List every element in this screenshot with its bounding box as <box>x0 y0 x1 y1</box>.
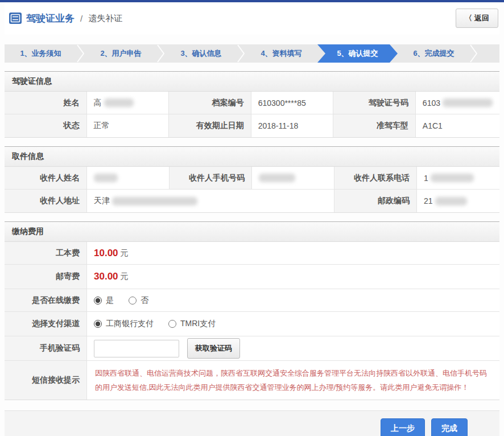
name-value: 高 <box>87 92 170 114</box>
channel-icbc-radio-input[interactable] <box>94 320 102 328</box>
step-wizard: 1、业务须知 2、用户申告 3、确认信息 4、资料填写 5、确认提交 6、完成提… <box>5 44 499 63</box>
recipient-mobile-value <box>252 167 334 190</box>
recipient-phone-label: 收件人联系电话 <box>334 167 417 190</box>
redacted-blur <box>435 197 467 205</box>
file-no-value: 610300****85 <box>251 92 334 114</box>
steps-filler <box>478 44 499 63</box>
online-payment-no-radio[interactable]: 否 <box>129 295 148 306</box>
footer-action-bar: 上一步 完成 <box>5 410 499 436</box>
vehicle-type-label: 准驾车型 <box>333 114 416 137</box>
app-header: 驾驶证业务 / 遗失补证 〈 返回 <box>5 2 499 35</box>
license-no-value: 6103 <box>416 92 499 114</box>
payment-section: 缴纳费用 工本费 10.00元 邮寄费 30.00元 是否在线缴费 是 <box>5 221 499 400</box>
file-no-label: 档案编号 <box>169 92 251 114</box>
pickup-info-table: 收件人姓名 收件人手机号码 收件人联系电话 1 收件人地址 天津 邮政编码 21 <box>5 167 499 212</box>
back-button-label: 返回 <box>474 13 489 23</box>
step-separator-chevron-icon <box>77 44 85 63</box>
online-payment-label: 是否在线缴费 <box>5 289 87 312</box>
postage-fee-value: 30.00元 <box>87 265 499 289</box>
online-payment-yes-radio-input[interactable] <box>94 297 102 305</box>
breadcrumb: 驾驶证业务 / 遗失补证 <box>9 12 122 25</box>
expiry-value: 2018-11-18 <box>251 114 334 137</box>
online-payment-no-radio-input[interactable] <box>129 297 137 305</box>
page-container: 驾驶证业务 / 遗失补证 〈 返回 1、业务须知 2、用户申告 3、确认信息 4… <box>5 2 499 436</box>
recipient-address-label: 收件人地址 <box>5 190 87 212</box>
redacted-blur <box>94 174 118 182</box>
expiry-label: 有效期止日期 <box>169 114 251 137</box>
postage-fee-label: 邮寄费 <box>5 265 87 289</box>
fee-unit: 元 <box>121 248 129 258</box>
online-payment-yes-radio[interactable]: 是 <box>94 295 114 306</box>
payment-channel-options: 工商银行支付 TMRI支付 <box>87 312 499 336</box>
step-5-confirm-submit[interactable]: 5、确认提交 <box>317 44 398 63</box>
sms-code-input[interactable] <box>94 340 179 357</box>
recipient-name-label: 收件人姓名 <box>5 167 87 190</box>
sms-notice-text: 因陕西省联通、电信运营商技术问题，陕西省互联网交通安全综合服务管理平台无法向持陕… <box>95 366 491 394</box>
recipient-name-value <box>87 167 170 190</box>
channel-tmri-radio-input[interactable] <box>168 320 176 328</box>
back-button[interactable]: 〈 返回 <box>456 9 498 28</box>
back-chevron-icon: 〈 <box>465 13 472 23</box>
postal-code-label: 邮政编码 <box>334 190 417 212</box>
payment-table: 工本费 10.00元 邮寄费 30.00元 是否在线缴费 是 否 <box>5 242 499 400</box>
previous-step-button[interactable]: 上一步 <box>381 418 425 436</box>
sms-code-row: 获取验证码 <box>87 336 499 361</box>
redacted-blur <box>104 98 134 107</box>
online-payment-options: 是 否 <box>87 289 499 312</box>
finish-button[interactable]: 完成 <box>431 418 468 436</box>
vehicle-type-value: A1C1 <box>416 114 499 137</box>
step-3-confirm-info[interactable]: 3、确认信息 <box>165 44 237 63</box>
step-2-declaration[interactable]: 2、用户申告 <box>85 44 157 63</box>
sms-code-label: 手机验证码 <box>5 336 87 361</box>
step-separator-chevron-icon <box>237 44 245 63</box>
redacted-blur <box>443 98 493 107</box>
sms-notice-label: 短信接收提示 <box>5 361 87 400</box>
recipient-address-value: 天津 <box>87 190 334 212</box>
payment-section-title: 缴纳费用 <box>5 221 499 242</box>
breadcrumb-separator: / <box>80 14 82 23</box>
step-separator-chevron-icon <box>470 44 478 63</box>
channel-icbc-radio[interactable]: 工商银行支付 <box>94 319 154 329</box>
production-fee-value: 10.00元 <box>87 242 499 265</box>
pickup-section-title: 取件信息 <box>5 146 499 167</box>
postage-fee-amount: 30.00 <box>94 271 118 282</box>
step-4-fill-data[interactable]: 4、资料填写 <box>245 44 317 63</box>
redacted-blur <box>259 174 295 182</box>
fee-unit: 元 <box>121 272 129 282</box>
pickup-info-section: 取件信息 收件人姓名 收件人手机号码 收件人联系电话 1 收件人地址 天津 邮政… <box>5 146 499 213</box>
step-1-notice[interactable]: 1、业务须知 <box>5 44 77 63</box>
license-info-section: 驾驶证信息 姓名 高 档案编号 610300****85 驾驶证号码 6103 … <box>5 71 499 138</box>
recipient-mobile-label: 收件人手机号码 <box>170 167 252 190</box>
page-title: 驾驶证业务 <box>26 12 75 25</box>
redacted-blur <box>112 197 197 205</box>
license-service-icon <box>9 13 22 24</box>
payment-channel-label: 选择支付渠道 <box>5 312 87 336</box>
status-label: 状态 <box>5 114 87 137</box>
production-fee-amount: 10.00 <box>94 248 118 259</box>
get-sms-code-button[interactable]: 获取验证码 <box>187 338 240 359</box>
recipient-phone-value: 1 <box>417 167 499 190</box>
postal-code-value: 21 <box>417 190 499 212</box>
step-separator-chevron-icon <box>157 44 165 63</box>
redacted-blur <box>431 174 474 182</box>
license-info-table: 姓名 高 档案编号 610300****85 驾驶证号码 6103 状态 正常 … <box>5 92 499 137</box>
channel-tmri-radio[interactable]: TMRI支付 <box>168 319 216 329</box>
license-section-title: 驾驶证信息 <box>5 71 499 92</box>
sms-notice-cell: 因陕西省联通、电信运营商技术问题，陕西省互联网交通安全综合服务管理平台无法向持陕… <box>87 361 499 400</box>
status-value: 正常 <box>87 114 170 137</box>
page-subtitle: 遗失补证 <box>88 13 122 24</box>
production-fee-label: 工本费 <box>5 242 87 265</box>
license-no-label: 驾驶证号码 <box>333 92 416 114</box>
name-label: 姓名 <box>5 92 87 114</box>
step-6-complete-submit[interactable]: 6、完成提交 <box>398 44 470 63</box>
